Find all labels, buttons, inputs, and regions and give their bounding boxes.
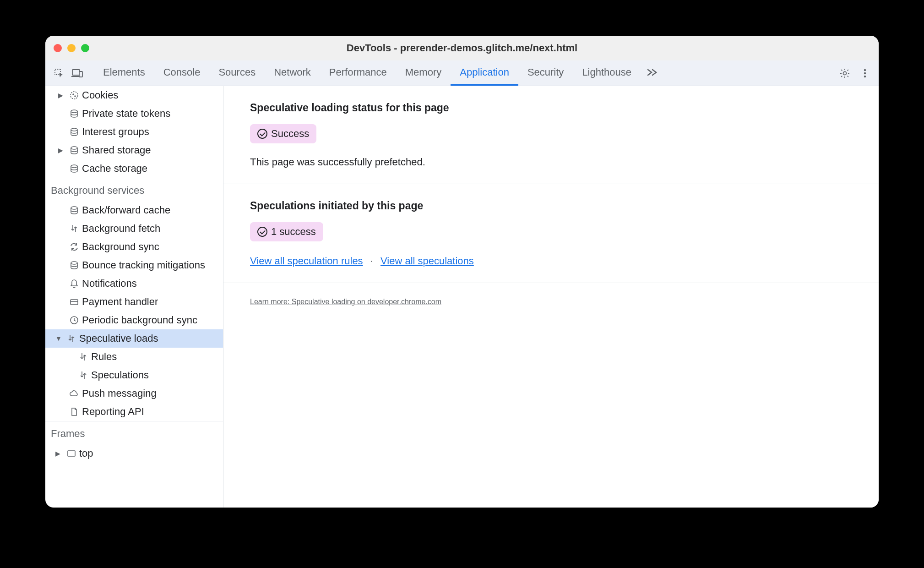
traffic-lights [54,44,89,52]
database-icon [68,127,80,137]
toolbar: Elements Console Sources Network Perform… [45,60,879,86]
link-row: View all speculation rules · View all sp… [250,255,852,267]
fetch-icon [65,333,77,344]
content-area: ▶ Cookies Private state tokens Interest … [45,86,879,508]
sidebar-item-label: Shared storage [82,144,151,156]
expand-arrow-icon: ▶ [58,92,66,99]
sidebar-section-frames: Frames [45,421,223,444]
sidebar-item-label: Back/forward cache [82,204,170,216]
sidebar-item-notifications[interactable]: Notifications [45,274,223,293]
sidebar-item-payment-handler[interactable]: Payment handler [45,293,223,311]
tab-console[interactable]: Console [154,60,210,86]
sidebar-item-label: Interest groups [82,126,149,138]
sidebar-item-interest-groups[interactable]: Interest groups [45,123,223,141]
database-icon [68,164,80,174]
sidebar-item-reporting-api[interactable]: Reporting API [45,403,223,421]
tab-network[interactable]: Network [265,60,320,86]
window-title: DevTools - prerender-demos.glitch.me/nex… [45,42,879,54]
sidebar-item-background-fetch[interactable]: Background fetch [45,219,223,238]
sidebar-item-cookies[interactable]: ▶ Cookies [45,86,223,104]
sidebar-item-speculations[interactable]: Speculations [45,366,223,384]
status-badge-text: Success [271,128,309,140]
sidebar-item-speculative-loads[interactable]: ▼ Speculative loads [45,329,223,348]
svg-rect-3 [79,71,82,77]
learn-more-section: Learn more: Speculative loading on devel… [223,283,879,321]
check-circle-icon [257,227,267,237]
svg-point-6 [864,72,866,74]
separator: · [370,255,373,267]
titlebar: DevTools - prerender-demos.glitch.me/nex… [45,36,879,60]
sidebar-item-frame-top[interactable]: ▶ top [45,444,223,463]
status-section: Speculative loading status for this page… [223,86,879,184]
svg-point-7 [864,75,866,77]
initiated-badge-text: 1 success [271,226,316,238]
sidebar-item-background-sync[interactable]: Background sync [45,238,223,256]
sidebar-item-rules[interactable]: Rules [45,348,223,366]
sidebar-item-bounce-tracking[interactable]: Bounce tracking mitigations [45,256,223,274]
frame-icon [65,448,77,459]
svg-point-8 [71,92,78,99]
sidebar-item-push-messaging[interactable]: Push messaging [45,384,223,403]
expand-arrow-icon: ▶ [55,450,64,457]
fetch-icon [68,224,80,234]
learn-more-link[interactable]: Learn more: Speculative loading on devel… [250,298,441,306]
fetch-icon [77,370,89,380]
sync-icon [68,242,80,252]
sidebar-item-back-forward-cache[interactable]: Back/forward cache [45,201,223,219]
database-icon [68,260,80,270]
tab-performance[interactable]: Performance [320,60,396,86]
check-circle-icon [257,129,267,139]
view-all-speculations-link[interactable]: View all speculations [380,255,474,267]
sidebar-item-cache-storage[interactable]: Cache storage [45,159,223,178]
database-icon [68,205,80,215]
sidebar-item-label: Reporting API [82,406,144,418]
svg-point-12 [71,128,77,131]
devtools-window: DevTools - prerender-demos.glitch.me/nex… [45,36,879,508]
view-all-rules-link[interactable]: View all speculation rules [250,255,363,267]
document-icon [68,407,80,417]
expand-arrow-icon: ▶ [58,147,66,154]
svg-point-15 [71,207,77,209]
sidebar-section-background-services: Background services [45,178,223,201]
collapse-arrow-icon: ▼ [55,335,64,342]
more-tabs-icon[interactable] [641,60,663,86]
sidebar-item-label: Push messaging [82,388,157,399]
inspect-element-icon[interactable] [51,65,67,82]
sidebar-item-label: Background fetch [82,223,160,235]
close-button[interactable] [54,44,62,52]
main-panel: Speculative loading status for this page… [223,86,879,508]
sidebar-item-shared-storage[interactable]: ▶ Shared storage [45,141,223,159]
initiated-section: Speculations initiated by this page 1 su… [223,184,879,283]
panel-tabs: Elements Console Sources Network Perform… [94,60,663,86]
clock-icon [68,315,80,325]
maximize-button[interactable] [81,44,89,52]
device-toolbar-icon[interactable] [69,65,86,82]
settings-icon[interactable] [837,65,853,82]
minimize-button[interactable] [67,44,76,52]
sidebar-item-label: Bounce tracking mitigations [82,259,205,271]
tab-application[interactable]: Application [451,60,518,86]
sidebar-item-label: Speculations [91,369,149,381]
sidebar-item-periodic-sync[interactable]: Periodic background sync [45,311,223,329]
svg-point-4 [843,71,847,75]
database-icon [68,109,80,119]
tab-lighthouse[interactable]: Lighthouse [573,60,641,86]
svg-point-13 [71,147,77,149]
tab-elements[interactable]: Elements [94,60,154,86]
svg-point-16 [71,262,77,264]
status-badge: Success [250,124,316,143]
sidebar-item-label: Speculative loads [79,333,158,344]
sidebar-item-label: Private state tokens [82,108,170,120]
sidebar-item-private-state-tokens[interactable]: Private state tokens [45,104,223,123]
bell-icon [68,279,80,289]
tab-sources[interactable]: Sources [209,60,265,86]
sidebar: ▶ Cookies Private state tokens Interest … [45,86,223,508]
svg-rect-20 [68,451,75,456]
svg-point-14 [71,165,77,168]
tab-memory[interactable]: Memory [396,60,451,86]
sidebar-item-label: Rules [91,351,117,363]
svg-point-9 [73,94,74,95]
tab-security[interactable]: Security [518,60,573,86]
more-icon[interactable] [857,65,873,82]
card-icon [68,297,80,307]
